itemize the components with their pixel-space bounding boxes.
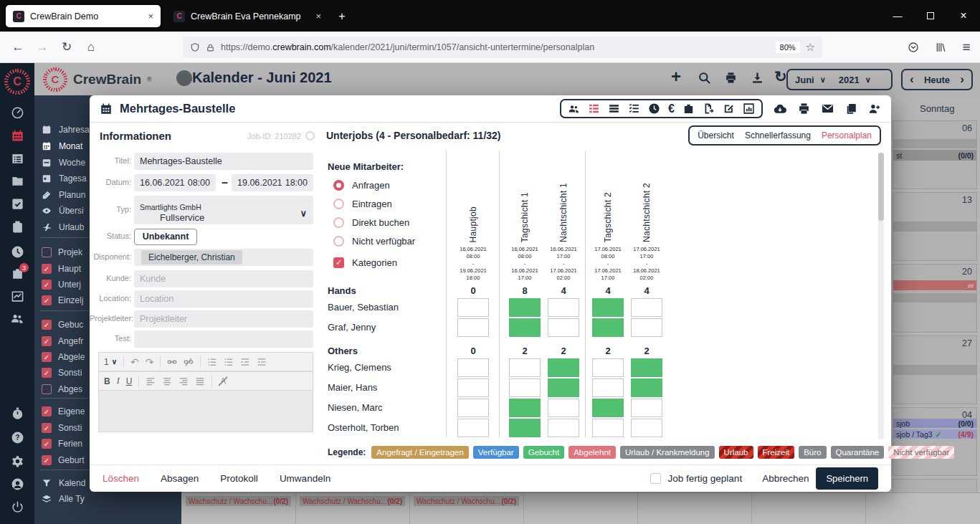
remove-format-icon[interactable]: A — [219, 376, 227, 386]
checkbox[interactable]: ✓ — [42, 352, 52, 362]
checkbox-icon[interactable]: ✓ — [333, 257, 344, 268]
plan-cell[interactable] — [509, 358, 541, 377]
checkbox[interactable]: ✓ — [42, 247, 52, 257]
print-icon[interactable] — [724, 71, 738, 85]
indent-icon[interactable] — [257, 357, 267, 367]
cloud-download-icon[interactable] — [773, 102, 787, 116]
edit-icon[interactable] — [723, 103, 735, 115]
panel-scrollbar[interactable] — [878, 153, 884, 439]
scrollbar-thumb[interactable] — [878, 153, 884, 221]
back-button[interactable]: ← — [6, 40, 30, 54]
checkbox[interactable]: ✓ — [42, 264, 52, 274]
plan-cell[interactable] — [631, 298, 662, 317]
settings-gear-icon[interactable] — [0, 454, 34, 468]
filter-projekte[interactable]: ✓Projek — [42, 246, 82, 259]
filter-angefragt[interactable]: ✓Angefr — [42, 335, 83, 348]
ordered-list-icon[interactable] — [207, 357, 217, 367]
tab-uebersicht[interactable]: Übersicht — [698, 130, 734, 140]
unordered-list-icon[interactable] — [224, 357, 234, 367]
plan-cell[interactable] — [548, 358, 579, 377]
sidebar-item-alle-typen[interactable]: Alle Ty — [42, 492, 85, 505]
download-icon[interactable] — [751, 71, 764, 85]
plan-cell[interactable] — [548, 399, 579, 417]
disponent-input[interactable]: Eichelberger, Christian — [134, 249, 313, 266]
justify-icon[interactable] — [195, 376, 205, 386]
email-icon[interactable] — [821, 102, 834, 115]
sidebar-item-tagesansicht[interactable]: Tagesa — [42, 172, 87, 185]
outdent-icon[interactable] — [240, 357, 250, 367]
unlink-icon[interactable] — [184, 357, 194, 367]
underline-icon[interactable]: U — [126, 376, 133, 386]
logout-power-icon[interactable] — [0, 500, 34, 514]
clipboard-icon[interactable] — [0, 220, 34, 234]
filter-einzeljobs[interactable]: ✓Einzelj — [42, 294, 83, 307]
checkbox[interactable]: ✓ — [42, 423, 52, 433]
link-icon[interactable] — [167, 357, 177, 367]
plan-cell[interactable] — [548, 378, 579, 397]
list-icon[interactable] — [0, 152, 34, 166]
plan-cell[interactable] — [548, 298, 579, 317]
month-select[interactable]: Juni — [795, 75, 814, 85]
participants-icon[interactable] — [568, 103, 580, 115]
radio-icon[interactable] — [333, 217, 344, 228]
search-icon[interactable] — [698, 71, 711, 85]
align-center-icon[interactable] — [162, 376, 172, 386]
next-icon[interactable]: › — [960, 72, 964, 87]
clock-icon[interactable] — [0, 245, 34, 259]
browser-tab-inactive[interactable]: C CrewBrain Eva Pennekamp × — [166, 5, 328, 27]
plan-cell[interactable] — [457, 419, 489, 437]
plan-cell[interactable] — [509, 399, 541, 417]
filter-sonstige-2[interactable]: ✓Sonsti — [42, 421, 82, 434]
equipment-briefcase-icon[interactable] — [682, 103, 695, 115]
undo-icon[interactable]: ↶ — [130, 356, 139, 368]
tasks-icon[interactable] — [0, 197, 34, 211]
save-button[interactable]: Speichern — [816, 467, 878, 490]
delete-button[interactable]: Löschen — [103, 473, 139, 484]
home-button[interactable]: ⌂ — [79, 40, 103, 54]
italic-icon[interactable]: I — [117, 376, 120, 386]
plan-cell[interactable] — [592, 358, 624, 377]
sidebar-item-jahresansicht[interactable]: Jahresa — [42, 123, 90, 136]
projektleiter-input[interactable]: Projektleiter — [134, 310, 313, 328]
close-tab-icon[interactable]: × — [143, 11, 153, 22]
crewbrain-logo-icon[interactable]: C — [0, 69, 34, 95]
typ-select[interactable]: Smartlights GmbH Fullservice ∨ — [134, 196, 313, 224]
tab-personalplan[interactable]: Personalplan — [822, 130, 872, 140]
abort-button[interactable]: Abbrechen — [762, 473, 809, 484]
plan-cell[interactable] — [631, 419, 662, 437]
sidebar-item-woche[interactable]: Woche — [42, 156, 85, 169]
font-size-select[interactable]: 1∨ — [104, 357, 117, 367]
plan-cell[interactable] — [457, 378, 489, 397]
plan-cell[interactable] — [548, 419, 579, 437]
description-editor-area[interactable] — [98, 391, 313, 432]
checkbox[interactable]: ✓ — [42, 295, 52, 305]
billing-euro-icon[interactable]: € — [668, 103, 675, 115]
filter-abgesagt[interactable]: ✓Abges — [42, 383, 82, 396]
checkbox[interactable]: ✓ — [42, 406, 52, 416]
address-bar[interactable]: https://demo.crewbrain.com/kalender/2021… — [183, 37, 822, 58]
kunde-input[interactable]: Kunde — [134, 270, 313, 287]
details-icon[interactable] — [608, 103, 620, 115]
plan-cell[interactable] — [631, 318, 662, 337]
disponent-chip[interactable]: Eichelberger, Christian — [141, 250, 242, 265]
plan-cell[interactable] — [592, 399, 624, 417]
titel-input[interactable]: Mehrtages-Baustelle — [134, 153, 313, 170]
convert-button[interactable]: Umwandeln — [280, 473, 330, 484]
statistics-chart-icon[interactable] — [743, 103, 755, 115]
checkbox[interactable]: ✓ — [42, 280, 52, 290]
sidebar-item-uebersicht[interactable]: Übersi — [42, 204, 84, 217]
filter-hauptjobs[interactable]: ✓Haupt — [42, 262, 81, 275]
plan-cell[interactable] — [509, 378, 541, 397]
plan-cell[interactable] — [509, 298, 541, 317]
start-datetime-input[interactable]: 16.06.202108:00 — [134, 174, 216, 191]
help-icon[interactable]: ? — [0, 431, 34, 444]
bookmark-star-icon[interactable]: ☆ — [806, 41, 815, 54]
statistics-icon[interactable] — [0, 290, 34, 303]
minimize-window-button[interactable]: — — [881, 0, 914, 32]
sidebar-item-kalender-filter[interactable]: Kalend — [42, 477, 85, 490]
shield-icon[interactable] — [190, 42, 200, 52]
job-fertig-checkbox[interactable] — [650, 473, 661, 484]
filter-unterjobs[interactable]: ✓Unterj — [42, 278, 81, 291]
library-icon[interactable] — [929, 37, 952, 58]
sidebar-collapse-button[interactable] — [176, 70, 192, 86]
